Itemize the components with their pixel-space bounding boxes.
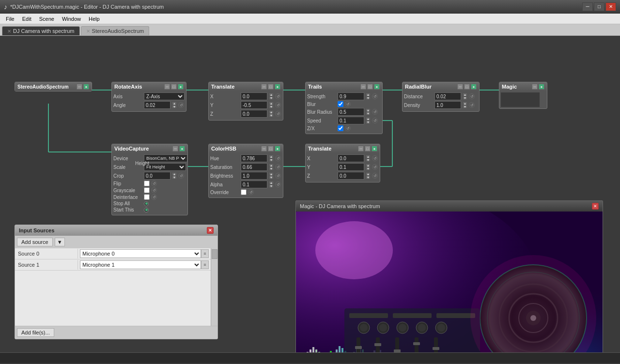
source-list-scrollbar-thumb[interactable] <box>212 249 217 259</box>
vc-crop-input[interactable] <box>144 172 170 180</box>
t2-x-down[interactable]: ▼ <box>366 158 371 162</box>
node-chsb-minus[interactable]: ─ <box>261 146 267 152</box>
close-button[interactable]: ✕ <box>605 2 616 11</box>
node-rotateaxis-green[interactable]: ● <box>178 84 184 90</box>
chsb-alpha-up[interactable]: ▲ <box>269 181 274 184</box>
ts-down[interactable]: ▼ <box>366 96 371 100</box>
chsb-bright-input[interactable] <box>241 172 267 180</box>
vc-stopall-radio[interactable] <box>144 201 149 206</box>
source-1-select[interactable]: Microphone 1 Microphone 0 <box>80 260 201 269</box>
menu-file[interactable]: File <box>2 15 18 23</box>
tzx-reset[interactable]: ↺ <box>345 125 351 131</box>
rbn-reset[interactable]: ↺ <box>469 102 475 108</box>
t2-y-down[interactable]: ▼ <box>366 167 371 170</box>
source-list-scrollbar[interactable] <box>211 248 217 326</box>
menu-help[interactable]: Help <box>85 15 104 23</box>
node-t1-square[interactable]: □ <box>268 84 274 90</box>
chsb-sat-up[interactable]: ▲ <box>269 164 274 167</box>
node-rb-green[interactable]: ● <box>471 84 477 90</box>
chsb-alpha-down[interactable]: ▼ <box>269 184 274 188</box>
ts-reset[interactable]: ↺ <box>372 93 378 99</box>
t1-x-input[interactable] <box>241 92 267 100</box>
t2-z-down[interactable]: ▼ <box>366 176 371 179</box>
tab-close-icon[interactable]: ✕ <box>7 29 11 34</box>
t1-z-reset[interactable]: ↺ <box>275 111 281 117</box>
vc-deint-checkbox[interactable] <box>144 194 150 200</box>
trails-blur-checkbox[interactable] <box>338 101 343 107</box>
chsb-hue-up[interactable]: ▲ <box>269 155 274 158</box>
t1-z-input[interactable] <box>241 110 267 118</box>
minimize-button[interactable]: ─ <box>582 2 593 11</box>
vc-crop-up[interactable]: ▲ <box>172 172 177 176</box>
rbn-up[interactable]: ▲ <box>463 102 467 105</box>
t1-x-spin-down[interactable]: ▼ <box>269 96 274 100</box>
input-sources-close-button[interactable]: ✕ <box>207 227 214 234</box>
t1-x-spin-up[interactable]: ▲ <box>269 93 274 96</box>
vc-device-select[interactable]: BisonCam, NB Pro <box>144 154 187 162</box>
node-rotateaxis-square[interactable]: □ <box>171 84 177 90</box>
vc-flip-reset[interactable]: ↺ <box>151 181 157 186</box>
node-magic-minus[interactable]: ─ <box>532 84 538 90</box>
trails-zx-checkbox[interactable] <box>338 125 343 131</box>
rb-distance-input[interactable] <box>434 92 461 100</box>
vc-deint-reset[interactable]: ↺ <box>151 194 157 200</box>
chsb-bright-down[interactable]: ▼ <box>269 176 274 179</box>
chsb-bright-reset[interactable]: ↺ <box>275 173 281 179</box>
node-stereoaudio-minus[interactable]: ─ <box>77 84 82 90</box>
t2-y-input[interactable] <box>338 163 364 171</box>
node-trails-green[interactable]: ● <box>374 84 380 90</box>
chsb-sat-input[interactable] <box>241 163 267 171</box>
chsb-hue-input[interactable] <box>241 154 267 162</box>
node-t2-square[interactable]: □ <box>365 146 371 152</box>
t1-y-reset[interactable]: ↺ <box>275 102 281 108</box>
tbr-down[interactable]: ▼ <box>366 112 371 115</box>
t2-z-reset[interactable]: ↺ <box>372 173 378 179</box>
add-source-dropdown-button[interactable]: ▼ <box>55 238 65 246</box>
add-source-button[interactable]: Add source <box>17 238 53 246</box>
rb-density-input[interactable] <box>434 101 461 109</box>
rbd-reset[interactable]: ↺ <box>469 93 475 99</box>
angle-input[interactable] <box>144 101 170 109</box>
angle-reset[interactable]: ↺ <box>178 102 184 108</box>
t1-y-spin-up[interactable]: ▲ <box>269 102 274 105</box>
vc-startthis-radio[interactable] <box>144 208 149 212</box>
source-0-select[interactable]: Microphone 0 Microphone 1 <box>80 249 201 258</box>
tab-stereo-close-icon[interactable]: ✕ <box>86 29 90 34</box>
node-magic-green[interactable]: ● <box>539 84 544 90</box>
node-rb-minus[interactable]: ─ <box>457 84 463 90</box>
source-0-menu-button[interactable]: ≡ <box>201 249 209 258</box>
add-files-button[interactable]: Add file(s)... <box>17 328 54 337</box>
t2-x-input[interactable] <box>338 154 364 162</box>
tsp-down[interactable]: ▼ <box>366 121 371 124</box>
t2-y-up[interactable]: ▲ <box>366 164 371 167</box>
tsp-reset[interactable]: ↺ <box>372 118 378 123</box>
chsb-alpha-input[interactable] <box>241 181 267 188</box>
rbn-down[interactable]: ▼ <box>463 105 467 108</box>
chsb-sat-down[interactable]: ▼ <box>269 167 274 170</box>
node-t2-green[interactable]: ● <box>372 146 377 152</box>
tab-dj-camera[interactable]: ✕ DJ Camera with spectrum <box>2 26 80 35</box>
node-t2-minus[interactable]: ─ <box>358 146 364 152</box>
ts-up[interactable]: ▲ <box>366 93 371 96</box>
t2-x-up[interactable]: ▲ <box>366 155 371 158</box>
menu-scene[interactable]: Scene <box>35 15 58 23</box>
maximize-button[interactable]: □ <box>594 2 604 11</box>
t1-y-input[interactable] <box>241 101 267 109</box>
rbd-down[interactable]: ▼ <box>463 96 467 100</box>
node-rotateaxis-minus[interactable]: ─ <box>164 84 170 90</box>
t2-y-reset[interactable]: ↺ <box>372 164 378 170</box>
vc-flip-checkbox[interactable] <box>144 181 150 186</box>
tbr-reset[interactable]: ↺ <box>372 109 378 115</box>
menu-window[interactable]: Window <box>58 15 85 23</box>
magic-window-close-button[interactable]: ✕ <box>592 203 599 210</box>
node-trails-minus[interactable]: ─ <box>360 84 366 90</box>
menu-edit[interactable]: Edit <box>18 15 35 23</box>
angle-spin-up[interactable]: ▲ <box>172 102 177 105</box>
tbr-up[interactable]: ▲ <box>366 108 371 112</box>
vc-gray-checkbox[interactable] <box>144 187 150 193</box>
trails-blurrad-input[interactable] <box>338 108 364 116</box>
t1-x-reset[interactable]: ↺ <box>275 93 281 99</box>
node-vc-minus[interactable]: ─ <box>172 146 178 152</box>
node-rb-square[interactable]: □ <box>464 84 470 90</box>
t1-z-spin-up[interactable]: ▲ <box>269 110 274 114</box>
